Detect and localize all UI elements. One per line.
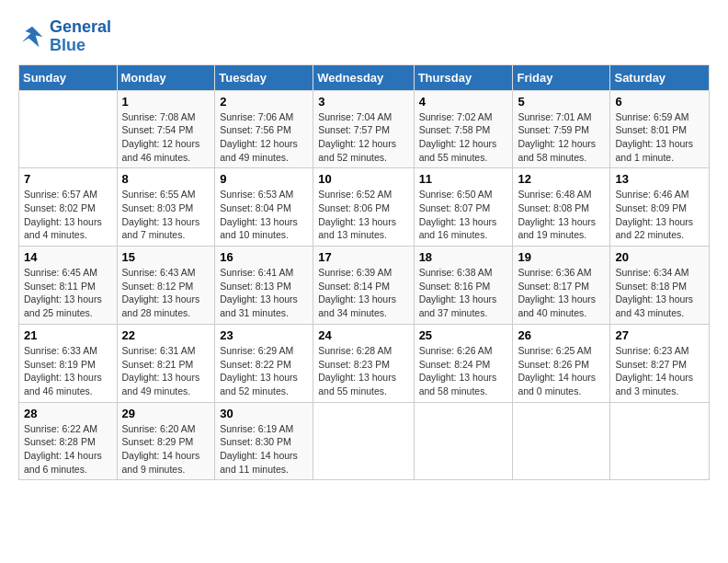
day-info: Sunrise: 6:23 AMSunset: 8:27 PMDaylight:… <box>615 344 704 398</box>
day-number: 18 <box>419 250 508 264</box>
calendar-day-cell: 6Sunrise: 6:59 AMSunset: 8:01 PMDaylight… <box>610 90 710 168</box>
day-number: 28 <box>24 407 112 420</box>
calendar-day-cell: 10Sunrise: 6:52 AMSunset: 8:06 PMDayligh… <box>313 168 414 247</box>
day-info: Sunrise: 7:01 AMSunset: 7:59 PMDaylight:… <box>518 110 605 165</box>
calendar-day-cell: 5Sunrise: 7:01 AMSunset: 7:59 PMDaylight… <box>513 90 610 168</box>
calendar-day-cell: 25Sunrise: 6:26 AMSunset: 8:24 PMDayligh… <box>414 324 513 402</box>
day-number: 14 <box>24 250 112 264</box>
day-info: Sunrise: 6:26 AMSunset: 8:24 PMDaylight:… <box>419 344 508 398</box>
day-info: Sunrise: 6:50 AMSunset: 8:07 PMDaylight:… <box>419 188 508 242</box>
calendar-day-cell <box>414 402 513 480</box>
day-info: Sunrise: 7:06 AMSunset: 7:56 PMDaylight:… <box>220 110 308 165</box>
day-info: Sunrise: 6:34 AMSunset: 8:18 PMDaylight:… <box>615 266 704 320</box>
day-number: 27 <box>615 328 704 342</box>
day-info: Sunrise: 6:28 AMSunset: 8:23 PMDaylight:… <box>318 344 408 398</box>
calendar-week-row: 21Sunrise: 6:33 AMSunset: 8:19 PMDayligh… <box>19 324 710 402</box>
calendar-day-cell: 1Sunrise: 7:08 AMSunset: 7:54 PMDaylight… <box>117 90 215 168</box>
calendar-day-cell: 9Sunrise: 6:53 AMSunset: 8:04 PMDaylight… <box>215 168 313 247</box>
day-info: Sunrise: 6:38 AMSunset: 8:16 PMDaylight:… <box>419 266 508 320</box>
calendar-day-cell: 12Sunrise: 6:48 AMSunset: 8:08 PMDayligh… <box>513 168 610 247</box>
calendar-day-cell: 28Sunrise: 6:22 AMSunset: 8:28 PMDayligh… <box>19 402 118 480</box>
svg-marker-0 <box>22 27 43 48</box>
day-info: Sunrise: 6:48 AMSunset: 8:08 PMDaylight:… <box>518 188 605 242</box>
day-info: Sunrise: 6:45 AMSunset: 8:11 PMDaylight:… <box>24 266 112 320</box>
day-number: 4 <box>419 95 508 109</box>
page-header: General Blue <box>18 18 710 55</box>
day-number: 29 <box>122 407 210 420</box>
day-info: Sunrise: 6:43 AMSunset: 8:12 PMDaylight:… <box>122 266 210 320</box>
day-number: 24 <box>318 328 408 342</box>
calendar-day-cell: 21Sunrise: 6:33 AMSunset: 8:19 PMDayligh… <box>19 324 118 402</box>
calendar-table: SundayMondayTuesdayWednesdayThursdayFrid… <box>18 64 710 481</box>
day-info: Sunrise: 6:33 AMSunset: 8:19 PMDaylight:… <box>24 344 112 398</box>
day-number: 19 <box>518 250 605 264</box>
day-number: 13 <box>615 172 704 186</box>
calendar-day-cell: 20Sunrise: 6:34 AMSunset: 8:18 PMDayligh… <box>610 247 710 325</box>
calendar-day-cell: 26Sunrise: 6:25 AMSunset: 8:26 PMDayligh… <box>513 324 610 402</box>
day-number: 9 <box>220 172 308 186</box>
calendar-day-cell: 30Sunrise: 6:19 AMSunset: 8:30 PMDayligh… <box>215 402 313 480</box>
calendar-day-cell: 24Sunrise: 6:28 AMSunset: 8:23 PMDayligh… <box>313 324 414 402</box>
day-info: Sunrise: 7:04 AMSunset: 7:57 PMDaylight:… <box>318 110 408 165</box>
calendar-day-cell: 17Sunrise: 6:39 AMSunset: 8:14 PMDayligh… <box>313 247 414 325</box>
day-info: Sunrise: 6:59 AMSunset: 8:01 PMDaylight:… <box>615 110 704 165</box>
calendar-week-row: 7Sunrise: 6:57 AMSunset: 8:02 PMDaylight… <box>19 168 710 247</box>
logo-icon <box>18 23 46 51</box>
day-number: 21 <box>24 328 112 342</box>
day-info: Sunrise: 6:52 AMSunset: 8:06 PMDaylight:… <box>318 188 408 242</box>
day-info: Sunrise: 6:31 AMSunset: 8:21 PMDaylight:… <box>122 344 210 398</box>
calendar-day-cell: 4Sunrise: 7:02 AMSunset: 7:58 PMDaylight… <box>414 90 513 168</box>
day-info: Sunrise: 6:55 AMSunset: 8:03 PMDaylight:… <box>122 188 210 242</box>
calendar-day-cell: 7Sunrise: 6:57 AMSunset: 8:02 PMDaylight… <box>19 168 118 247</box>
day-info: Sunrise: 7:08 AMSunset: 7:54 PMDaylight:… <box>122 110 210 165</box>
calendar-day-cell: 11Sunrise: 6:50 AMSunset: 8:07 PMDayligh… <box>414 168 513 247</box>
day-info: Sunrise: 6:20 AMSunset: 8:29 PMDaylight:… <box>122 422 210 477</box>
day-number: 23 <box>220 328 308 342</box>
calendar-day-cell <box>313 402 414 480</box>
day-number: 2 <box>220 95 308 109</box>
day-of-week-header: Friday <box>513 64 610 90</box>
calendar-day-cell: 23Sunrise: 6:29 AMSunset: 8:22 PMDayligh… <box>215 324 313 402</box>
calendar-day-cell <box>513 402 610 480</box>
logo-text: General Blue <box>50 18 111 55</box>
calendar-day-cell <box>19 90 118 168</box>
day-number: 17 <box>318 250 408 264</box>
day-info: Sunrise: 6:36 AMSunset: 8:17 PMDaylight:… <box>518 266 605 320</box>
calendar-day-cell: 29Sunrise: 6:20 AMSunset: 8:29 PMDayligh… <box>117 402 215 480</box>
day-number: 20 <box>615 250 704 264</box>
logo: General Blue <box>18 18 111 55</box>
calendar-day-cell <box>610 402 710 480</box>
calendar-day-cell: 16Sunrise: 6:41 AMSunset: 8:13 PMDayligh… <box>215 247 313 325</box>
day-info: Sunrise: 6:25 AMSunset: 8:26 PMDaylight:… <box>518 344 605 398</box>
calendar-day-cell: 22Sunrise: 6:31 AMSunset: 8:21 PMDayligh… <box>117 324 215 402</box>
calendar-week-row: 14Sunrise: 6:45 AMSunset: 8:11 PMDayligh… <box>19 247 710 325</box>
calendar-day-cell: 2Sunrise: 7:06 AMSunset: 7:56 PMDaylight… <box>215 90 313 168</box>
calendar-header-row: SundayMondayTuesdayWednesdayThursdayFrid… <box>19 64 710 90</box>
calendar-day-cell: 18Sunrise: 6:38 AMSunset: 8:16 PMDayligh… <box>414 247 513 325</box>
day-of-week-header: Tuesday <box>215 64 313 90</box>
day-of-week-header: Sunday <box>19 64 118 90</box>
day-of-week-header: Monday <box>117 64 215 90</box>
day-number: 8 <box>122 172 210 186</box>
day-number: 26 <box>518 328 605 342</box>
day-number: 6 <box>615 95 704 109</box>
day-info: Sunrise: 6:53 AMSunset: 8:04 PMDaylight:… <box>220 188 308 242</box>
day-number: 25 <box>419 328 508 342</box>
calendar-day-cell: 8Sunrise: 6:55 AMSunset: 8:03 PMDaylight… <box>117 168 215 247</box>
day-of-week-header: Wednesday <box>313 64 414 90</box>
day-info: Sunrise: 6:29 AMSunset: 8:22 PMDaylight:… <box>220 344 308 398</box>
day-number: 5 <box>518 95 605 109</box>
day-number: 1 <box>122 95 210 109</box>
day-number: 22 <box>122 328 210 342</box>
day-number: 30 <box>220 407 308 420</box>
calendar-day-cell: 15Sunrise: 6:43 AMSunset: 8:12 PMDayligh… <box>117 247 215 325</box>
day-number: 12 <box>518 172 605 186</box>
day-info: Sunrise: 6:19 AMSunset: 8:30 PMDaylight:… <box>220 422 308 477</box>
day-of-week-header: Thursday <box>414 64 513 90</box>
day-number: 11 <box>419 172 508 186</box>
day-info: Sunrise: 6:57 AMSunset: 8:02 PMDaylight:… <box>24 188 112 242</box>
day-info: Sunrise: 6:39 AMSunset: 8:14 PMDaylight:… <box>318 266 408 320</box>
day-of-week-header: Saturday <box>610 64 710 90</box>
day-info: Sunrise: 6:41 AMSunset: 8:13 PMDaylight:… <box>220 266 308 320</box>
day-number: 10 <box>318 172 408 186</box>
